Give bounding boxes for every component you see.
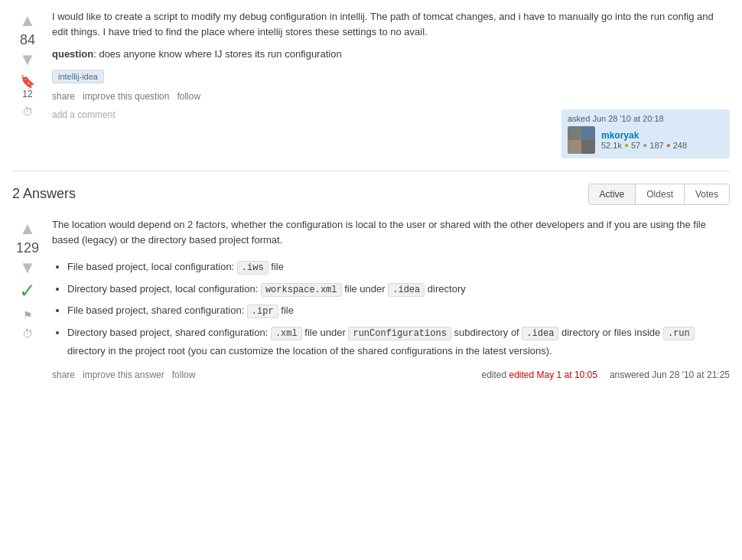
- bullet-3-before: File based project, shared configuration…: [67, 304, 247, 316]
- tag-intellij-idea[interactable]: intellij-idea: [52, 70, 104, 83]
- bullet-4-mid1: file under: [302, 327, 349, 338]
- question-follow-link[interactable]: follow: [177, 91, 200, 102]
- edited-link[interactable]: edited May 1 at 10:05: [509, 370, 597, 380]
- bronze-dot: ●: [666, 141, 671, 149]
- answer-vote-up[interactable]: ▲: [19, 220, 36, 237]
- bullet-4-after: directory in the project root (you can c…: [67, 345, 552, 357]
- question-body: I would like to create a script to modif…: [52, 9, 730, 158]
- bullet-2: Directory based project, local configura…: [67, 280, 730, 299]
- user-bronze: 248: [673, 141, 687, 150]
- question-vote-col: ▲ 84 ▼ 🔖 12 ⏱: [12, 9, 43, 158]
- question-vote-count: 84: [20, 32, 35, 48]
- gold-dot: ●: [624, 141, 629, 149]
- edited-date: edited May 1 at 10:05: [509, 370, 597, 380]
- avatar-placeholder: [568, 126, 595, 154]
- question-vote-up[interactable]: ▲: [19, 12, 36, 29]
- user-avatar: [568, 126, 595, 154]
- answer-bullet-list: File based project, local configuration:…: [67, 258, 730, 360]
- bullet-1-code: .iws: [237, 261, 268, 275]
- answer-intro-text: The location would depend on 2 factors, …: [52, 217, 730, 249]
- question-vote-down[interactable]: ▼: [19, 51, 36, 68]
- question-section: ▲ 84 ▼ 🔖 12 ⏱ I would like to create a s…: [12, 9, 730, 158]
- answer-vote-down[interactable]: ▼: [19, 259, 36, 276]
- page-container: ▲ 84 ▼ 🔖 12 ⏱ I would like to create a s…: [0, 0, 742, 389]
- answer-footer: share improve this answer follow edited …: [52, 370, 730, 380]
- bullet-4-mid2: subdirectory of: [451, 327, 522, 338]
- bullet-1-after: file: [268, 261, 284, 272]
- bullet-4-mid3: directory or files inside: [558, 327, 663, 338]
- question-body-label-text: question: does anyone know where IJ stor…: [52, 47, 730, 62]
- bullet-3: File based project, shared configuration…: [67, 301, 730, 321]
- answers-header: 2 Answers Active Oldest Votes: [12, 184, 730, 205]
- bullet-4-code1: .xml: [271, 327, 302, 340]
- bullet-1-before: File based project, local configuration:: [67, 261, 237, 272]
- section-divider: [12, 171, 730, 171]
- answer-body: The location would depend on 2 factors, …: [52, 217, 730, 380]
- avatar-q3: [568, 140, 581, 154]
- bullet-4-code3: .idea: [522, 327, 558, 340]
- bookmark-count: 12: [22, 89, 32, 99]
- answer-history-icon[interactable]: ⏱: [22, 327, 33, 340]
- edited-label: edited edited May 1 at 10:05: [481, 370, 597, 380]
- answers-count: 2 Answers: [12, 186, 76, 202]
- bullet-3-after: file: [278, 304, 294, 316]
- user-gold: 57: [631, 141, 640, 150]
- bullet-2-mid: file under: [342, 283, 389, 295]
- question-improve-link[interactable]: improve this question: [83, 91, 169, 102]
- avatar-q4: [581, 140, 595, 154]
- username[interactable]: mkoryak: [601, 130, 687, 141]
- sort-tab-oldest[interactable]: Oldest: [636, 184, 685, 204]
- question-share-link[interactable]: share: [52, 91, 75, 102]
- question-user-card: asked Jun 28 '10 at 20:18: [561, 109, 730, 158]
- answer-meta: edited edited May 1 at 10:05 answered Ju…: [481, 370, 730, 380]
- bullet-4-before: Directory based project, shared configur…: [67, 327, 271, 338]
- sort-tabs: Active Oldest Votes: [588, 184, 730, 205]
- question-user-card-inner: asked Jun 28 '10 at 20:18: [568, 114, 687, 154]
- avatar-q2: [581, 126, 595, 140]
- add-comment[interactable]: add a comment: [52, 109, 116, 120]
- question-body-question: : does anyone know where IJ stores its r…: [93, 48, 341, 60]
- bookmark-icon[interactable]: 🔖: [20, 74, 35, 89]
- bullet-4: Directory based project, shared configur…: [67, 324, 730, 360]
- answered-label: answered Jun 28 '10 at 21:25: [610, 370, 730, 380]
- answer-vote-count: 129: [16, 240, 39, 256]
- bullet-2-code2: .idea: [388, 283, 425, 297]
- asked-label: asked Jun 28 '10 at 20:18: [568, 114, 687, 123]
- bullet-1: File based project, local configuration:…: [67, 258, 730, 277]
- answer-follow-link[interactable]: follow: [172, 370, 196, 380]
- question-body-intro: I would like to create a script to modif…: [52, 11, 714, 37]
- user-info-row: mkoryak 52.1k ● 57 ● 187 ● 248: [568, 126, 687, 154]
- user-stats: 52.1k ● 57 ● 187 ● 248: [601, 141, 687, 150]
- sort-tab-votes[interactable]: Votes: [685, 184, 729, 204]
- bullet-2-after: directory: [425, 283, 465, 295]
- user-silver: 187: [649, 141, 663, 150]
- answer-section: ▲ 129 ▼ ✓ ⚑ ⏱ The location would depend …: [12, 217, 730, 380]
- user-rep: 52.1k: [601, 141, 622, 150]
- sort-tab-active[interactable]: Active: [589, 184, 636, 204]
- bullet-4-code2: runConfigurations: [348, 327, 451, 340]
- answer-action-links: share improve this answer follow: [52, 370, 195, 380]
- user-info: mkoryak 52.1k ● 57 ● 187 ● 248: [601, 130, 687, 150]
- bullet-2-code1: workspace.xml: [261, 283, 342, 297]
- answer-vote-col: ▲ 129 ▼ ✓ ⚑ ⏱: [12, 217, 43, 380]
- question-footer: add a comment asked Jun 28 '10 at 20:18: [52, 109, 730, 158]
- question-body-text: I would like to create a script to modif…: [52, 9, 730, 39]
- history-icon[interactable]: ⏱: [22, 106, 33, 118]
- bullet-2-before: Directory based project, local configura…: [67, 283, 261, 295]
- question-action-links: share improve this question follow: [52, 91, 730, 102]
- question-label: question: [52, 48, 93, 60]
- accepted-checkmark: ✓: [19, 279, 36, 303]
- tags-row: intellij-idea: [52, 70, 730, 83]
- answer-improve-link[interactable]: improve this answer: [83, 370, 164, 380]
- answer-share-link[interactable]: share: [52, 370, 75, 380]
- silver-dot: ●: [643, 141, 647, 149]
- bullet-3-code: .ipr: [247, 304, 278, 318]
- flag-icon[interactable]: ⚑: [23, 309, 33, 321]
- avatar-q1: [568, 126, 581, 140]
- bullet-4-code4: .run: [663, 327, 695, 340]
